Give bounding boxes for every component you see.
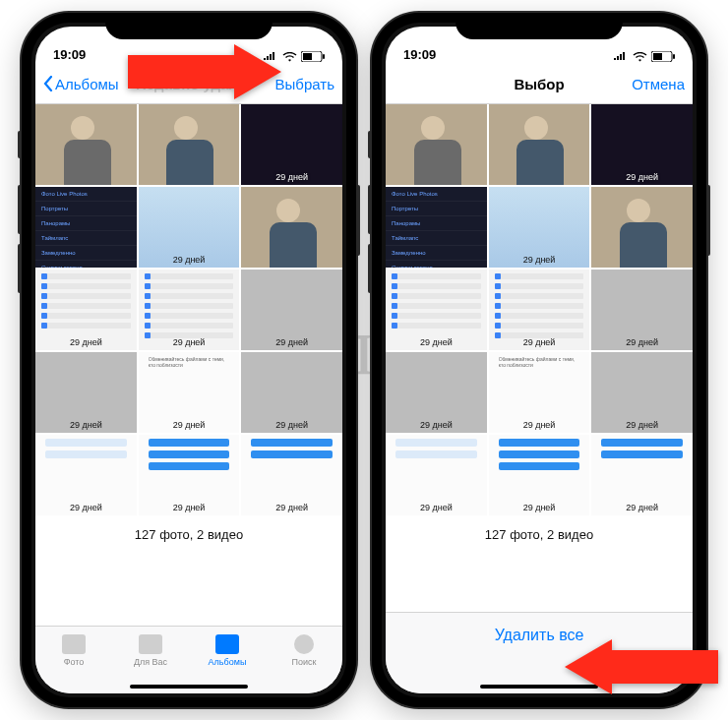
days-remaining: 29 дней bbox=[35, 503, 137, 512]
nav-title: Выбор bbox=[514, 76, 564, 92]
home-indicator[interactable] bbox=[130, 685, 248, 689]
days-remaining: 29 дней bbox=[139, 255, 240, 265]
days-remaining: 29 дней bbox=[489, 337, 590, 347]
thumbnail[interactable]: 29 дней bbox=[386, 270, 487, 350]
thumbnail[interactable]: 29 дней bbox=[139, 104, 240, 185]
search-icon bbox=[294, 634, 314, 654]
thumbnail[interactable]: 29 дней bbox=[591, 270, 693, 350]
days-remaining: 29 дней bbox=[241, 337, 342, 347]
thumbnail[interactable]: 29 дней bbox=[386, 435, 487, 515]
thumbnail[interactable]: 29 дней bbox=[241, 352, 342, 433]
side-button bbox=[18, 131, 22, 158]
side-button bbox=[356, 185, 360, 256]
thumbnail[interactable]: 29 дней bbox=[241, 270, 342, 350]
side-button bbox=[18, 244, 22, 293]
thumbnail[interactable]: 29 дней bbox=[489, 187, 590, 268]
tab-search[interactable]: Поиск bbox=[266, 627, 342, 693]
battery-icon bbox=[301, 51, 325, 62]
days-remaining: 29 дней bbox=[386, 172, 487, 182]
thumbnail[interactable]: 29 дней bbox=[591, 352, 693, 433]
side-button bbox=[18, 185, 22, 234]
status-time: 19:09 bbox=[403, 47, 462, 62]
svg-rect-2 bbox=[303, 53, 312, 60]
thumbnail[interactable]: 29 дней bbox=[139, 187, 240, 268]
tab-albums[interactable]: Альбомы bbox=[189, 627, 266, 693]
thumbnail-grid[interactable]: 29 дней 29 дней 29 дней Фото Live Photos… bbox=[35, 104, 342, 626]
days-remaining: 29 дней bbox=[489, 503, 590, 512]
side-button bbox=[368, 185, 372, 234]
svg-rect-5 bbox=[653, 53, 662, 60]
days-remaining: 29 дней bbox=[489, 255, 590, 265]
tab-photos[interactable]: Фото bbox=[35, 627, 112, 693]
tab-foryou[interactable]: Для Вас bbox=[112, 627, 189, 693]
status-time: 19:09 bbox=[53, 47, 112, 62]
side-button bbox=[706, 185, 710, 256]
thumbnail[interactable]: 29 дней bbox=[386, 352, 487, 433]
days-remaining: 29 дней bbox=[591, 255, 693, 265]
cancel-button[interactable]: Отмена bbox=[632, 76, 685, 92]
days-remaining: 29 дней bbox=[386, 420, 487, 430]
days-remaining: 29 дней bbox=[591, 337, 693, 347]
nav-bar: Выбор Отмена bbox=[386, 64, 693, 104]
days-remaining: 29 дней bbox=[386, 337, 487, 347]
days-remaining: 29 дней bbox=[35, 420, 137, 430]
thumbnail[interactable]: 29 дней bbox=[241, 104, 342, 185]
thumbnail[interactable]: 29 дней bbox=[489, 104, 590, 185]
thumbnail[interactable]: 29 дней bbox=[139, 435, 240, 515]
foryou-icon bbox=[139, 634, 162, 654]
wifi-icon bbox=[633, 52, 647, 62]
tab-bar: Фото Для Вас Альбомы Поиск bbox=[35, 626, 342, 693]
back-label: Альбомы bbox=[55, 76, 119, 92]
thumbnail[interactable]: 29 дней bbox=[139, 270, 240, 350]
days-remaining: 29 дней bbox=[386, 503, 487, 512]
chevron-left-icon bbox=[43, 76, 53, 91]
days-remaining: 29 дней bbox=[591, 420, 693, 430]
item-count: 127 фото, 2 видео bbox=[386, 517, 693, 548]
thumbnail[interactable]: Обменивайтесь файлами с теми, кто поблиз… bbox=[139, 352, 240, 433]
svg-rect-4 bbox=[673, 54, 675, 59]
thumbnail-grid[interactable]: 29 дней 29 дней 29 дней Фото Live Photos… bbox=[386, 104, 693, 612]
photos-icon bbox=[62, 634, 86, 654]
days-remaining: 29 дней bbox=[35, 172, 137, 182]
annotation-arrow-select bbox=[128, 44, 295, 99]
phone-right: 19:09 Выбор Отмена 29 дней 29 дней 29 дн… bbox=[372, 13, 706, 707]
thumbnail[interactable]: 29 дней bbox=[386, 104, 487, 185]
tab-label: Для Вас bbox=[134, 657, 167, 667]
thumbnail[interactable]: 29 дней bbox=[35, 435, 137, 515]
side-button bbox=[368, 244, 372, 293]
signal-icon bbox=[613, 52, 629, 62]
thumbnail[interactable]: 29 дней bbox=[591, 187, 693, 268]
thumbnail[interactable]: 29 дней bbox=[489, 435, 590, 515]
days-remaining: 29 дней bbox=[139, 420, 240, 430]
tab-label: Фото bbox=[64, 657, 85, 667]
thumbnail[interactable]: Фото Live PhotosПортретыПанорамыТаймлапс… bbox=[35, 187, 137, 268]
days-remaining: 29 дней bbox=[139, 172, 240, 182]
thumbnail[interactable]: Обменивайтесь файлами с теми, кто поблиз… bbox=[489, 352, 590, 433]
thumbnail[interactable]: 29 дней bbox=[35, 104, 137, 185]
thumbnail[interactable]: 29 дней bbox=[35, 270, 137, 350]
thumbnail[interactable]: 29 дней bbox=[241, 187, 342, 268]
days-remaining: 29 дней bbox=[139, 337, 240, 347]
thumbnail[interactable]: 29 дней bbox=[591, 435, 693, 515]
back-button[interactable]: Альбомы bbox=[43, 76, 119, 92]
notch bbox=[105, 13, 273, 39]
screen-left: 19:09 Альбомы Недавно удал. Выбрать 29 д… bbox=[35, 27, 342, 693]
battery-icon bbox=[651, 51, 675, 62]
tab-label: Поиск bbox=[292, 657, 317, 667]
thumbnail[interactable]: 29 дней bbox=[241, 435, 342, 515]
annotation-arrow-delete bbox=[551, 639, 718, 694]
days-remaining: 29 дней bbox=[591, 503, 693, 512]
tab-label: Альбомы bbox=[209, 657, 247, 667]
thumbnail[interactable]: 29 дней bbox=[35, 352, 137, 433]
svg-rect-1 bbox=[323, 54, 325, 59]
screen-right: 19:09 Выбор Отмена 29 дней 29 дней 29 дн… bbox=[386, 27, 693, 693]
days-remaining: 29 дней bbox=[139, 503, 240, 512]
thumbnail[interactable]: Фото Live PhotosПортретыПанорамыТаймлапс… bbox=[386, 187, 487, 268]
thumbnail[interactable]: 29 дней bbox=[591, 104, 693, 185]
days-remaining: 29 дней bbox=[591, 172, 693, 182]
phone-left: 19:09 Альбомы Недавно удал. Выбрать 29 д… bbox=[22, 13, 356, 707]
days-remaining: 29 дней bbox=[241, 420, 342, 430]
days-remaining: 29 дней bbox=[489, 172, 590, 182]
thumbnail[interactable]: 29 дней bbox=[489, 270, 590, 350]
days-remaining: 29 дней bbox=[489, 420, 590, 430]
